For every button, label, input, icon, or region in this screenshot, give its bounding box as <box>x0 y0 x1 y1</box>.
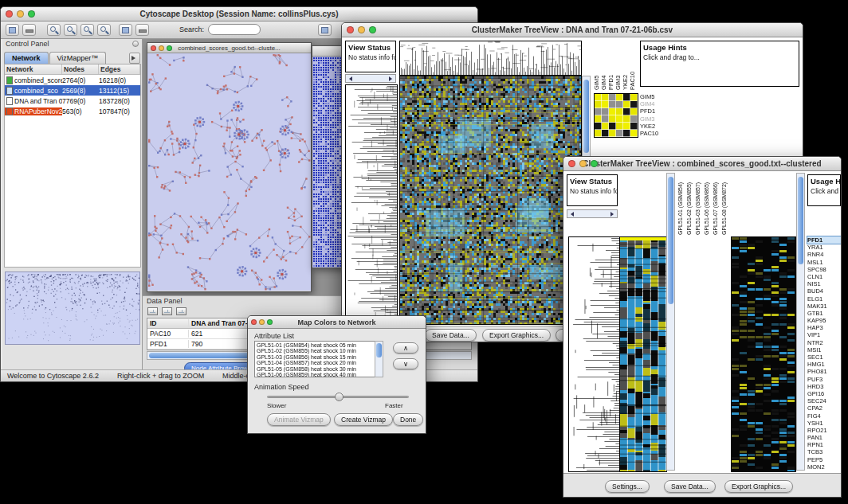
heatmap-main[interactable] <box>399 76 582 325</box>
maximize-icon[interactable] <box>28 10 35 18</box>
export-graphics-button[interactable]: Export Graphics... <box>482 329 551 342</box>
attribute-list-scrollbar[interactable] <box>375 341 383 377</box>
network-row[interactable]: DNA and Tran 0 7769(0) 183728(0) <box>5 96 140 106</box>
col-edges[interactable]: Edges <box>99 64 140 74</box>
col-network[interactable]: Network <box>5 64 62 74</box>
col-id[interactable]: ID <box>147 319 189 327</box>
main-titlebar[interactable]: Cytoscape Desktop (Session Name: collins… <box>1 7 477 21</box>
column-label[interactable]: PAC10 <box>629 44 636 90</box>
move-up-button[interactable]: ∧ <box>393 342 418 354</box>
column-label[interactable]: GIM5 <box>593 44 600 90</box>
gene-label[interactable]: YRA1 <box>807 244 841 251</box>
scroll-left-icon[interactable] <box>347 76 352 81</box>
gene-label[interactable]: SEC1 <box>807 354 841 361</box>
gene-label[interactable]: FIG4 <box>807 412 841 420</box>
minimize-icon[interactable] <box>259 319 265 325</box>
gene-label[interactable]: VIP1 <box>807 331 841 338</box>
close-icon[interactable] <box>568 160 575 167</box>
gene-label[interactable]: NIS1 <box>807 280 841 287</box>
zoom-selected-icon[interactable] <box>80 24 94 36</box>
save-data-button[interactable]: Save Data... <box>664 480 716 493</box>
attribute-item[interactable]: GPL51-05 (GSM858) heat shock 30 min <box>257 366 381 372</box>
gene-label[interactable]: MSI1 <box>807 346 841 354</box>
gene-label[interactable]: PUF3 <box>807 376 841 383</box>
network-overview-thumbnail[interactable] <box>5 272 140 345</box>
gene-label[interactable]: MON2 <box>807 463 841 471</box>
attribute-item[interactable]: GPL51-02 (GSM855) heat shock 10 min <box>257 348 381 354</box>
slider-thumb[interactable] <box>335 393 344 401</box>
minimize-icon[interactable] <box>17 10 24 18</box>
scroll-thumb[interactable] <box>583 80 589 153</box>
column-label[interactable]: PFD1 <box>607 44 614 90</box>
gene-label[interactable]: BUD4 <box>807 287 841 295</box>
gene-label[interactable]: PAN1 <box>807 434 841 441</box>
heatmap-vscrollbar[interactable] <box>666 173 675 471</box>
gene-label[interactable]: CLN1 <box>807 273 841 280</box>
heatmap-main[interactable] <box>619 236 667 472</box>
network-view-canvas[interactable] <box>147 53 311 291</box>
scroll-thumb[interactable] <box>668 177 673 304</box>
tab-scroll-right-icon[interactable] <box>129 53 140 64</box>
gene-label[interactable]: GPI16 <box>807 390 841 397</box>
gene-label[interactable]: GIM5 <box>640 93 677 100</box>
column-label[interactable]: YKE2 <box>622 44 629 90</box>
minimize-icon[interactable] <box>358 26 365 33</box>
close-icon[interactable] <box>251 319 257 325</box>
create-vizmap-button[interactable]: Create Vizmap <box>334 413 393 426</box>
attribute-item[interactable]: GPL51-04 (GSM857) heat shock 20 min <box>257 360 381 365</box>
gene-label[interactable]: RPN1 <box>807 441 841 448</box>
gene-label[interactable]: NTR2 <box>807 339 841 346</box>
close-icon[interactable] <box>151 45 156 51</box>
export-graphics-button[interactable]: Export Graphics... <box>724 480 793 493</box>
maximize-icon[interactable] <box>369 26 376 33</box>
tab-vizmapper[interactable]: VizMapper™ <box>49 52 107 64</box>
column-label[interactable]: GIM4 <box>600 44 607 90</box>
settings-button[interactable]: Settings... <box>605 480 650 493</box>
row-dendrogram[interactable] <box>345 84 398 325</box>
treeview2-titlebar[interactable]: ClusterMaker TreeView : combined_scores_… <box>563 157 841 171</box>
treeview1-titlebar[interactable]: ClusterMaker TreeView : DNA and Tran 07-… <box>342 23 803 37</box>
attribute-item[interactable]: GPL51-06 (GSM859) heat shock 40 min <box>257 372 381 377</box>
minimize-icon[interactable] <box>579 160 587 167</box>
global-vscrollbar[interactable] <box>796 173 805 471</box>
open-session-icon[interactable] <box>6 24 19 36</box>
global-heatmap[interactable] <box>594 93 638 138</box>
close-icon[interactable] <box>6 10 13 18</box>
annotation-icon[interactable] <box>119 24 132 36</box>
column-label[interactable]: GPL51-02 (GSM855) <box>685 174 693 235</box>
gene-label[interactable]: PAC10 <box>640 130 677 137</box>
gene-label[interactable]: CPA2 <box>807 404 841 412</box>
column-label[interactable]: GPL51-07 (GSM866) <box>712 174 720 235</box>
edge-attr-table-icon[interactable] <box>162 307 172 315</box>
node-attr-table-icon[interactable] <box>147 307 158 315</box>
gene-label[interactable]: YKE2 <box>640 123 677 130</box>
row-dendrogram[interactable] <box>568 236 621 472</box>
column-dendrogram[interactable] <box>399 41 582 76</box>
attribute-item[interactable]: GPL51-01 (GSM854) heat shock 05 min <box>257 342 381 348</box>
scroll-right-icon[interactable] <box>610 212 616 217</box>
animate-vizmap-button[interactable]: Animate Vizmap <box>267 413 331 426</box>
gene-label[interactable]: GTB1 <box>807 310 841 317</box>
network-row[interactable]: combined_scores 2764(0) 16218(0) <box>5 75 140 85</box>
gene-label[interactable]: RPO21 <box>807 427 841 434</box>
gene-label[interactable]: GIM3 <box>640 115 677 123</box>
network-attr-table-icon[interactable] <box>176 307 186 315</box>
save-data-button[interactable]: Save Data... <box>425 329 477 342</box>
done-button[interactable]: Done <box>393 413 423 426</box>
scroll-left-icon[interactable] <box>568 212 574 217</box>
overlap-icon[interactable] <box>135 24 149 36</box>
gene-label[interactable]: MAK31 <box>807 303 841 310</box>
gene-label[interactable]: MSL1 <box>807 259 841 266</box>
gene-label[interactable]: YSH1 <box>807 420 841 427</box>
column-label[interactable]: GIM3 <box>614 44 622 90</box>
gene-label[interactable]: HRD3 <box>807 383 841 390</box>
column-label[interactable]: GPL51-08 (GSM872) <box>720 174 728 235</box>
gene-label[interactable]: RNR4 <box>807 251 841 258</box>
gene-label[interactable]: KAP95 <box>807 317 841 324</box>
scroll-right-icon[interactable] <box>389 76 395 81</box>
maximize-icon[interactable] <box>591 160 598 167</box>
gene-label[interactable]: PFD1 <box>640 107 677 115</box>
gene-label[interactable]: PFD1 <box>807 236 841 244</box>
zoom-out-icon[interactable] <box>47 24 61 36</box>
map-dialog-titlebar[interactable]: Map Colors to Network <box>248 316 426 329</box>
